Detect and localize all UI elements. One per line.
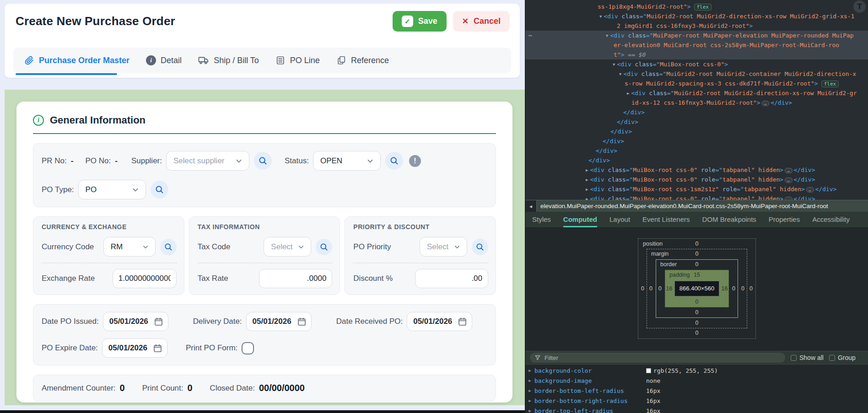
color-swatch[interactable] — [646, 368, 651, 373]
line-menu-dots[interactable]: ⋯ — [528, 31, 533, 40]
currency-code-select[interactable]: RM — [103, 237, 156, 257]
inspector-tab-computed[interactable]: Computed — [563, 215, 597, 227]
supplier-search-button[interactable] — [254, 152, 272, 170]
breadcrumb-path[interactable]: elevation.MuiPaper-rounded.MuiPaper-elev… — [537, 203, 828, 209]
tree-line[interactable]: </div> — [525, 156, 868, 165]
collapsed-content-icon[interactable]: … — [785, 177, 792, 183]
code-token: > — [757, 99, 760, 106]
collapsed-content-icon[interactable]: … — [762, 101, 769, 106]
tree-line[interactable]: </div> — [525, 117, 868, 127]
discount-input[interactable] — [415, 269, 488, 288]
code-token: > — [801, 186, 805, 193]
code-token: =" — [659, 70, 667, 77]
margin-right-value: 0 — [739, 285, 747, 292]
status-search-button[interactable] — [385, 152, 403, 170]
code-token: class — [646, 90, 667, 97]
inspector-tab-styles[interactable]: Styles — [532, 215, 551, 227]
currency-code-label: Currency Code — [42, 242, 94, 252]
group-checkbox[interactable] — [829, 355, 835, 361]
tree-line[interactable]: id-xs-12 css-16fnxy3-MuiGrid2-root">…</d… — [525, 98, 868, 107]
computed-panel: position 0 0 margin 0 0 — [525, 227, 868, 413]
delivery-date-field[interactable]: 05/01/2026 — [246, 312, 312, 331]
tab-ship-bill-to[interactable]: Ship / Bill To — [198, 55, 259, 66]
tab-detail[interactable]: iDetail — [146, 55, 182, 65]
supplier-select[interactable]: Select supplier — [166, 151, 249, 171]
show-all-checkbox[interactable] — [791, 355, 797, 361]
status-select[interactable]: OPEN — [313, 151, 381, 171]
tree-line[interactable]: </div> — [525, 146, 868, 156]
tree-line[interactable]: ▶<div class="MuiGrid2-root MuiGrid2-dire… — [525, 88, 868, 98]
cancel-button[interactable]: ✕ Cancel — [453, 11, 510, 32]
flex-badge[interactable]: flex — [694, 4, 712, 11]
code-token: =" — [715, 166, 722, 173]
code-token: class — [631, 61, 653, 68]
tax-code-search-button[interactable] — [316, 239, 332, 255]
tree-line[interactable]: ▼<div class="MuiBox-root css-0"> — [525, 59, 868, 69]
tree-line[interactable]: ⋯▼<div class="MuiPaper-root MuiPaper-ele… — [525, 31, 868, 40]
computed-property-row[interactable]: ▶background-colorrgb(255, 255, 255) — [525, 365, 868, 375]
collapsed-content-icon[interactable]: … — [785, 168, 792, 173]
tree-line[interactable]: ▶<div class="MuiBox-root css-0" role="ta… — [525, 194, 868, 200]
collapsed-content-icon[interactable]: … — [785, 197, 792, 200]
delivery-date-value: 05/01/2026 — [253, 317, 291, 326]
tax-code-select[interactable]: Select — [264, 237, 311, 257]
tree-line[interactable]: ▶<div class="MuiBox-root css-0" role="ta… — [525, 175, 868, 184]
tax-rate-input[interactable] — [259, 269, 332, 288]
tree-line[interactable]: s-row MuiGrid2-spacing-xs-3 css-dkd71f-M… — [525, 79, 868, 88]
computed-property-row[interactable]: ▶border-top-left-radius16px — [525, 406, 868, 413]
tree-line[interactable]: 2 imgGird1 css-16fnxy3-MuiGrid2-root"> — [525, 21, 868, 31]
date-po-issued-field[interactable]: 05/01/2026 — [103, 312, 168, 331]
tree-line[interactable]: ss-1pi8xg4-MuiGrid2-root">flex — [525, 2, 868, 11]
tree-line[interactable]: ▼<div class="MuiGrid2-root MuiGrid2-cont… — [525, 69, 868, 79]
po-priority-select[interactable]: Select — [420, 237, 467, 257]
tree-line[interactable]: </div> — [525, 136, 868, 146]
tree-line[interactable]: er-elevation0 MuiCard-root css-2s58ym-Mu… — [525, 40, 868, 50]
expand-arrow-icon[interactable]: ▶ — [525, 408, 534, 413]
tree-line[interactable]: ▶<div class="MuiBox-root css-1sm2s1z" ro… — [525, 184, 868, 194]
computed-property-row[interactable]: ▶border-bottom-right-radius16px — [525, 396, 868, 406]
computed-property-row[interactable]: ▶background-imagenone — [525, 375, 868, 386]
tab-reference[interactable]: Reference — [336, 55, 389, 65]
breadcrumb-back-button[interactable]: ◂ — [525, 200, 537, 212]
status-warning-icon[interactable]: ! — [409, 155, 421, 167]
po-type-search-button[interactable] — [151, 181, 168, 198]
tree-line[interactable]: </div> — [525, 127, 868, 136]
inspector-tab-event-listeners[interactable]: Event Listeners — [642, 215, 690, 227]
expand-arrow-icon[interactable]: ▶ — [525, 378, 534, 383]
tab-purchase-order-master[interactable]: Purchase Order Master — [24, 55, 129, 65]
filter-pill[interactable] — [530, 353, 785, 363]
inspector-tab-properties[interactable]: Properties — [769, 215, 800, 227]
tree-line[interactable]: t"> == $0 — [525, 50, 868, 59]
computed-property-row[interactable]: ▶border-bottom-left-radius16px — [525, 386, 868, 396]
expand-arrow-icon[interactable]: ▶ — [525, 398, 534, 403]
save-button[interactable]: ✓ Save — [393, 11, 447, 32]
flex-badge[interactable]: flex — [821, 80, 839, 87]
inspector-tab-accessibility[interactable]: Accessibility — [812, 215, 850, 227]
expand-arrow-icon[interactable]: ▶ — [525, 368, 534, 373]
tree-line[interactable]: ▼<div class="MuiGrid2-root MuiGrid2-dire… — [525, 11, 868, 21]
date-received-po-field[interactable]: 05/01/2026 — [407, 312, 472, 331]
code-token: class — [604, 166, 626, 173]
tree-line[interactable]: ▶<div class="MuiBox-root css-0" role="ta… — [525, 165, 868, 175]
expand-arrow-icon[interactable]: ▶ — [525, 388, 534, 393]
inspector-tab-dom-breakpoints[interactable]: DOM Breakpoints — [702, 215, 756, 227]
exchange-rate-input[interactable] — [113, 269, 177, 288]
filter-input[interactable] — [545, 354, 781, 361]
tab-po-line[interactable]: PO Line — [275, 55, 320, 65]
po-priority-search-button[interactable] — [472, 239, 488, 255]
code-token: MuiPaper-root MuiPaper-elevation MuiPape… — [653, 32, 853, 39]
content-size: 866.400×560 — [674, 281, 719, 296]
padding-left-value: 16 — [665, 285, 673, 292]
collapsed-content-icon[interactable]: … — [806, 187, 814, 193]
print-po-form-checkbox[interactable] — [242, 342, 254, 354]
tree-line[interactable]: </div> — [525, 107, 868, 117]
po-type-select[interactable]: PO — [78, 180, 146, 199]
po-expire-date-field[interactable]: 05/01/2026 — [102, 338, 167, 358]
box-model-diagram[interactable]: position 0 0 margin 0 0 — [638, 238, 756, 339]
currency-search-button[interactable] — [160, 239, 177, 255]
inspector-tab-layout[interactable]: Layout — [609, 215, 630, 227]
chevron-down-icon — [131, 185, 140, 194]
code-token: <div — [590, 195, 604, 200]
code-token: tabpanel" — [722, 195, 755, 200]
inspect-cursor-icon[interactable]: T — [853, 0, 866, 13]
